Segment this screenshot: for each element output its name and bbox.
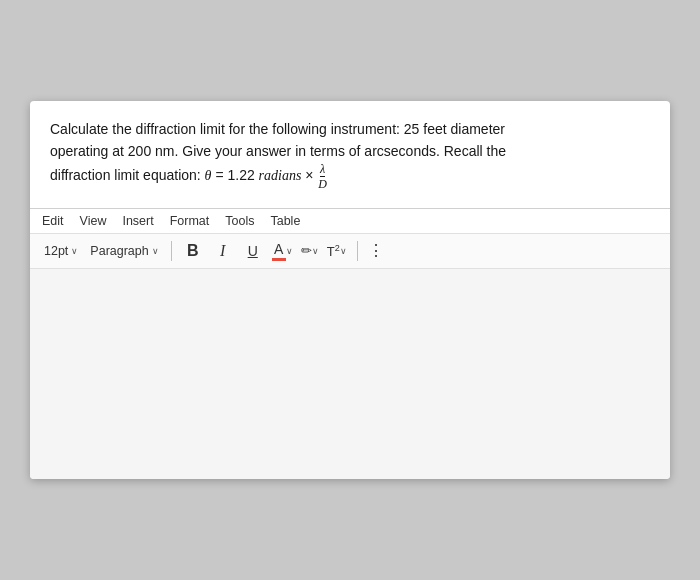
menu-view[interactable]: View (80, 214, 107, 228)
toolbar: 12pt ∨ Paragraph ∨ B I U A ∨ (30, 234, 670, 269)
paragraph-selector[interactable]: Paragraph ∨ (86, 242, 162, 260)
superscript-button[interactable]: T2 ∨ (325, 239, 349, 263)
menu-tools[interactable]: Tools (225, 214, 254, 228)
question-line-1: Calculate the diffraction limit for the … (50, 121, 505, 137)
underline-button[interactable]: U (240, 239, 266, 263)
font-color-bar (272, 258, 286, 261)
main-card: Calculate the diffraction limit for the … (30, 101, 670, 478)
font-size-selector[interactable]: 12pt ∨ (40, 242, 82, 260)
paragraph-label: Paragraph (90, 244, 148, 258)
font-size-value: 12pt (44, 244, 68, 258)
toolbar-divider-2 (357, 241, 358, 261)
more-icon: ⋮ (368, 241, 385, 260)
font-color-icon: A (272, 241, 286, 261)
superscript-chevron: ∨ (340, 246, 347, 256)
highlight-button[interactable]: ✏ ∨ (299, 239, 321, 263)
font-color-button[interactable]: A ∨ (270, 239, 295, 263)
question-line-3: diffraction limit equation: θ = 1.22 rad… (50, 167, 328, 183)
menu-insert[interactable]: Insert (122, 214, 153, 228)
font-size-chevron: ∨ (71, 246, 78, 256)
paragraph-chevron: ∨ (152, 246, 159, 256)
editor-area: Edit View Insert Format Tools Table 12pt… (30, 208, 670, 479)
bold-button[interactable]: B (180, 239, 206, 263)
font-color-chevron: ∨ (286, 246, 293, 256)
superscript-icon: T2 (327, 243, 340, 259)
pencil-icon: ✏ (301, 243, 312, 258)
italic-button[interactable]: I (210, 239, 236, 263)
menu-format[interactable]: Format (170, 214, 210, 228)
editor-content[interactable] (30, 269, 670, 479)
question-line-2: operating at 200 nm. Give your answer in… (50, 143, 506, 159)
menu-edit[interactable]: Edit (42, 214, 64, 228)
menu-table[interactable]: Table (270, 214, 300, 228)
more-options-button[interactable]: ⋮ (366, 239, 388, 263)
menu-bar: Edit View Insert Format Tools Table (30, 209, 670, 234)
toolbar-divider-1 (171, 241, 172, 261)
question-text: Calculate the diffraction limit for the … (48, 119, 652, 189)
highlight-chevron: ∨ (312, 246, 319, 256)
